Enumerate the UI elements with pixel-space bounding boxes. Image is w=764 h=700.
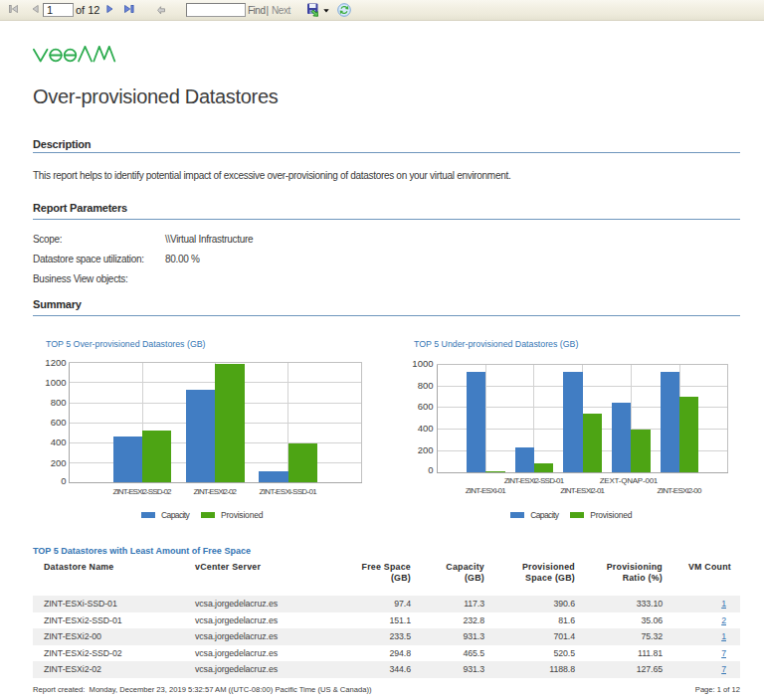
svg-text:ZINT-ESXi2-02: ZINT-ESXi2-02 xyxy=(194,487,238,496)
svg-text:1200: 1200 xyxy=(45,357,66,368)
svg-text:600: 600 xyxy=(51,417,67,428)
svg-text:0: 0 xyxy=(428,464,433,475)
svg-text:600: 600 xyxy=(418,401,434,412)
svg-text:800: 800 xyxy=(418,380,434,391)
svg-text:200: 200 xyxy=(51,457,67,468)
svg-text:ZEXT-QNAP-001: ZEXT-QNAP-001 xyxy=(600,476,659,485)
svg-text:ZINT-ESXi-SSD-01: ZINT-ESXi-SSD-01 xyxy=(260,487,318,496)
svg-text:ZINT-ESXi2-SSD-02: ZINT-ESXi2-SSD-02 xyxy=(113,487,173,496)
svg-text:ZINT-ESXi2-SSD-01: ZINT-ESXi2-SSD-01 xyxy=(504,476,565,485)
svg-text:ZINT-ESXi2-00: ZINT-ESXi2-00 xyxy=(658,486,702,495)
svg-text:ZINT-ESXi2-01: ZINT-ESXi2-01 xyxy=(560,486,605,495)
svg-text:1000: 1000 xyxy=(412,358,433,369)
svg-text:400: 400 xyxy=(51,437,67,447)
svg-text:400: 400 xyxy=(418,423,434,434)
svg-text:200: 200 xyxy=(418,444,434,455)
svg-text:800: 800 xyxy=(51,397,67,408)
svg-text:0: 0 xyxy=(61,475,66,486)
svg-text:1000: 1000 xyxy=(45,377,66,388)
svg-text:ZINT-ESXi-01: ZINT-ESXi-01 xyxy=(466,486,507,495)
